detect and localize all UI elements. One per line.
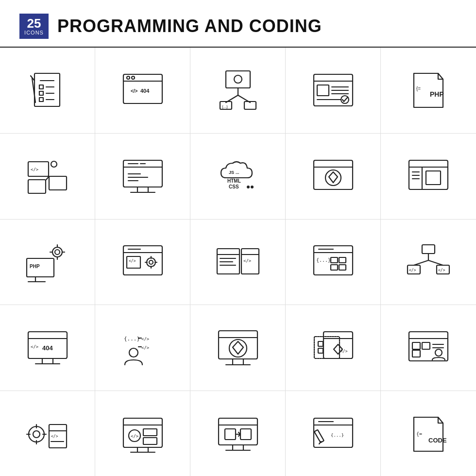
- svg-rect-162: [143, 438, 157, 444]
- svg-point-72: [55, 250, 60, 255]
- badge: 25 ICONS: [19, 14, 49, 39]
- cell-code-editor-split: </>: [190, 220, 286, 306]
- svg-text:</>: </>: [131, 434, 139, 439]
- svg-text:</>: </>: [51, 434, 58, 439]
- svg-text:</>: </>: [31, 344, 39, 349]
- svg-line-178: [319, 442, 321, 444]
- cell-hierarchy-code: </> </>: [381, 220, 476, 306]
- svg-text:</>: </>: [340, 349, 348, 354]
- svg-text:</>: </>: [129, 259, 136, 263]
- svg-point-148: [33, 431, 40, 438]
- svg-rect-142: [412, 350, 420, 357]
- svg-text:HTML: HTML: [227, 178, 241, 184]
- cell-php-monitor-gear: PHP: [0, 220, 95, 306]
- svg-point-12: [127, 76, 130, 79]
- svg-point-71: [52, 247, 62, 257]
- cell-browser-sidebar: [381, 134, 476, 220]
- svg-rect-2: [39, 85, 43, 89]
- svg-marker-59: [329, 172, 338, 183]
- icon-grid: </> 404 {...}: [0, 48, 476, 476]
- svg-text:</>: </>: [31, 167, 39, 172]
- svg-point-54: [247, 186, 250, 188]
- cell-browser-curly-grid: {...}: [286, 220, 381, 306]
- cell-responsive-design: </>: [0, 134, 95, 220]
- svg-rect-143: [422, 342, 430, 349]
- svg-line-106: [414, 260, 428, 265]
- svg-text:404: 404: [140, 88, 150, 94]
- svg-text:{=: {=: [416, 431, 422, 437]
- svg-text:{...}: {...}: [222, 104, 228, 109]
- badge-label: ICONS: [24, 30, 44, 35]
- cell-network-diagram: {...}: [190, 48, 286, 134]
- svg-rect-38: [28, 180, 46, 193]
- svg-text:{=: {=: [416, 86, 421, 91]
- cell-code-person: {...} </> </>: [95, 305, 190, 391]
- svg-rect-102: [331, 265, 338, 270]
- cell-monitor-404: </> 404: [0, 305, 95, 391]
- svg-text:CODE: CODE: [428, 437, 447, 444]
- svg-rect-37: [49, 176, 67, 190]
- svg-point-124: [129, 348, 138, 357]
- svg-marker-128: [233, 341, 243, 354]
- svg-text:CSS: CSS: [229, 184, 239, 189]
- cell-browser-diamond: [286, 134, 381, 220]
- cell-checklist-pencil: [0, 48, 95, 134]
- cell-monitor-diamond: [190, 305, 286, 391]
- cell-browser-diamond-code: </>: [286, 305, 381, 391]
- svg-text:404: 404: [42, 344, 53, 352]
- svg-rect-141: [412, 342, 420, 349]
- header: 25 ICONS PROGRAMMING AND CODING: [0, 0, 476, 48]
- svg-point-146: [435, 349, 442, 356]
- cell-browser-circle-layout: </>: [95, 391, 190, 476]
- cell-monitor-code: [95, 134, 190, 220]
- svg-text:JS: JS: [229, 170, 234, 175]
- cell-browser-gear: </>: [95, 220, 190, 306]
- svg-rect-104: [422, 245, 435, 254]
- svg-text:</>: </>: [438, 268, 445, 272]
- svg-rect-63: [426, 171, 441, 185]
- svg-rect-169: [240, 429, 251, 440]
- svg-point-36: [51, 161, 57, 167]
- svg-rect-0: [34, 73, 60, 106]
- svg-rect-103: [339, 265, 346, 270]
- svg-rect-168: [225, 429, 236, 440]
- svg-rect-101: [339, 257, 346, 263]
- svg-point-82: [147, 258, 155, 267]
- svg-text:</>: </>: [141, 337, 150, 341]
- svg-text:PHP: PHP: [430, 90, 444, 98]
- svg-point-83: [149, 260, 153, 264]
- svg-text:PHP: PHP: [30, 264, 40, 269]
- cell-php-file: {= PHP: [381, 48, 476, 134]
- cell-browser-pencil-code: {...}: [286, 391, 381, 476]
- svg-text:</>: </>: [409, 268, 416, 272]
- svg-rect-100: [331, 257, 338, 263]
- cell-browser-person: [381, 305, 476, 391]
- svg-text:</>: </>: [131, 88, 138, 94]
- svg-rect-177: [314, 429, 324, 442]
- svg-rect-125: [219, 331, 257, 359]
- svg-point-55: [251, 186, 254, 188]
- svg-rect-4: [39, 91, 43, 95]
- svg-point-13: [132, 76, 135, 79]
- svg-text:</>: </>: [141, 345, 150, 350]
- svg-rect-137: [318, 341, 323, 346]
- badge-number: 25: [27, 17, 41, 30]
- svg-rect-6: [39, 98, 43, 102]
- svg-text:{...}: {...}: [316, 257, 331, 263]
- page-title: PROGRAMMING AND CODING: [57, 16, 322, 36]
- cell-gear-code-file: </>: [0, 391, 95, 476]
- svg-text:...: ...: [236, 170, 239, 175]
- svg-rect-161: [143, 429, 157, 436]
- cell-article-check: [286, 48, 381, 134]
- svg-text:{...}: {...}: [124, 336, 140, 342]
- svg-rect-26: [317, 85, 329, 96]
- cell-code-file: {= CODE: [381, 391, 476, 476]
- svg-text:</>: </>: [243, 258, 252, 263]
- cell-cloud-js-html-css: JS ... HTML CSS: [190, 134, 286, 220]
- svg-point-17: [234, 75, 242, 83]
- cell-browser-404: </> 404: [95, 48, 190, 134]
- svg-line-107: [428, 260, 443, 265]
- svg-rect-16: [226, 71, 250, 88]
- svg-rect-138: [318, 348, 323, 353]
- svg-point-147: [29, 426, 44, 442]
